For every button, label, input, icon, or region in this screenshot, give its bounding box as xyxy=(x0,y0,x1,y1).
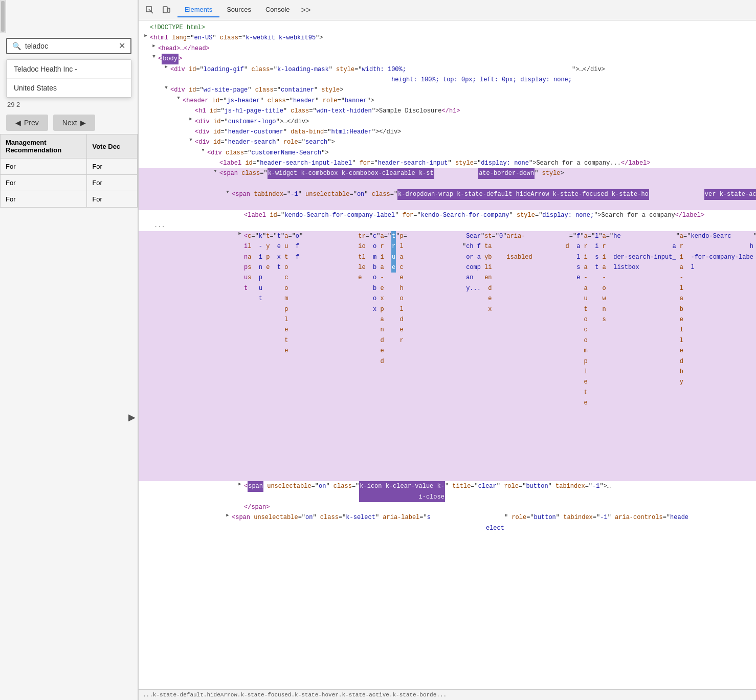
next-icon: ▶ xyxy=(80,119,86,127)
next-label: Next xyxy=(62,119,77,127)
col-header-1: Vote Dec xyxy=(87,134,138,159)
xml-line[interactable]: ▼ <div id="header-search" role="search"> xyxy=(139,137,756,147)
xml-line[interactable]: ▼ <span tabindex="-1" unselectable="on" … xyxy=(139,189,756,210)
scroll-right-indicator: ▶ xyxy=(128,412,136,423)
xml-line[interactable]: ▶ <input class="k-input" type="text" aut… xyxy=(139,231,756,481)
toggle-wd-site[interactable]: ▼ xyxy=(163,85,169,91)
toggle-kselect[interactable]: ▶ xyxy=(225,512,231,518)
xml-line[interactable]: ▶ <div id="customer-logo">…</div> xyxy=(139,117,756,127)
xml-line: <label id="header-search-input-label" fo… xyxy=(139,158,756,168)
devtools-tabs: Elements Sources Console >> xyxy=(177,3,315,17)
tab-console[interactable]: Console xyxy=(258,3,297,17)
toggle-html[interactable]: ▶ xyxy=(143,33,149,39)
toggle-input[interactable]: ▶ xyxy=(237,231,243,237)
devtools-main: <!DOCTYPE html> ▶ <html lang="en-US" cla… xyxy=(139,20,756,689)
xml-line[interactable]: ▼ <span class="k-widget k-combobox k-com… xyxy=(139,168,756,189)
xml-line[interactable]: ▶ <html lang="en-US" class="k-webkit k-w… xyxy=(139,33,756,43)
dropdown-item-0[interactable]: Teladoc Health Inc - xyxy=(7,60,131,79)
cell-mgmt-0: For xyxy=(1,159,87,175)
toggle-loading[interactable]: ▶ xyxy=(163,64,169,71)
tab-sources[interactable]: Sources xyxy=(219,3,258,17)
col-header-0: ManagementRecommendation xyxy=(1,134,87,159)
devtools-panel: Elements Sources Console >> 1 ⚙ ⋮ ✕ <!DO… xyxy=(138,0,756,700)
left-panel: 🔍 ✕ Teladoc Health Inc - United States 2… xyxy=(0,0,138,700)
toggle-kicon[interactable]: ▶ xyxy=(237,481,243,487)
search-clear-icon[interactable]: ✕ xyxy=(119,42,125,50)
xml-line: <h1 id="js-h1-page-title" class="wdn-tex… xyxy=(139,106,756,116)
xml-line: ... xyxy=(139,220,756,231)
svg-line-1 xyxy=(149,9,153,13)
page-number: 29 2 xyxy=(0,98,138,111)
xml-line[interactable]: ▶ <div id="loading-gif" class="k-loading… xyxy=(139,64,756,85)
xml-line[interactable]: ▼ <div id="wd-site-page" class="containe… xyxy=(139,85,756,95)
inspect-element-button[interactable] xyxy=(143,3,157,17)
cell-mgmt-2: For xyxy=(1,191,87,208)
nav-buttons: ◀ Prev Next ▶ xyxy=(0,111,138,134)
xml-line: <label id="kendo-Search-for-company-labe… xyxy=(139,210,756,220)
toggle-body[interactable]: ▼ xyxy=(151,54,157,60)
html-tree[interactable]: <!DOCTYPE html> ▶ <html lang="en-US" cla… xyxy=(139,20,756,689)
xml-line[interactable]: ▼ <body> xyxy=(139,54,756,64)
dropdown-item-1[interactable]: United States xyxy=(7,79,131,97)
svg-rect-2 xyxy=(163,7,167,13)
prev-icon: ◀ xyxy=(15,119,21,127)
search-icon: 🔍 xyxy=(12,42,21,50)
xml-line: <!DOCTYPE html> xyxy=(139,22,756,33)
search-dropdown: Teladoc Health Inc - United States xyxy=(6,59,131,98)
more-tabs-button[interactable]: >> xyxy=(297,4,315,17)
scrollbar-thumb[interactable] xyxy=(1,1,5,32)
toggle-head[interactable]: ▶ xyxy=(151,43,157,50)
svg-rect-3 xyxy=(168,8,170,12)
devtools-bottom-bar: ...k-state-default.hideArrow.k-state-foc… xyxy=(139,689,756,700)
table-row: For For xyxy=(1,191,138,208)
xml-line[interactable]: ▼ <header id="js-header" class="header" … xyxy=(139,96,756,106)
search-bar: 🔍 ✕ xyxy=(6,38,131,54)
xml-line[interactable]: ▶ <span unselectable="on" class="k-selec… xyxy=(139,512,756,533)
search-input[interactable] xyxy=(25,42,115,50)
inspect-icon xyxy=(146,6,154,14)
toggle-customername[interactable]: ▼ xyxy=(200,148,206,154)
toggle-kdropdown[interactable]: ▼ xyxy=(225,189,231,195)
next-button[interactable]: Next ▶ xyxy=(53,115,95,131)
prev-button[interactable]: ◀ Prev xyxy=(6,115,48,131)
xml-line[interactable]: ▼ <div class="customerName-Search"> xyxy=(139,148,756,158)
device-icon xyxy=(162,6,170,14)
prev-label: Prev xyxy=(24,119,39,127)
cell-vote-0: For xyxy=(87,159,138,175)
cell-vote-2: For xyxy=(87,191,138,208)
cell-mgmt-1: For xyxy=(1,175,87,191)
table-row: For For xyxy=(1,159,138,175)
device-toggle-button[interactable] xyxy=(159,3,173,17)
devtools-toolbar: Elements Sources Console >> 1 ⚙ ⋮ ✕ xyxy=(139,0,756,20)
data-table: ManagementRecommendation Vote Dec For Fo… xyxy=(0,134,138,208)
table-row: For For xyxy=(1,175,138,191)
xml-line: </span> xyxy=(139,502,756,512)
toggle-kwidget[interactable]: ▼ xyxy=(212,168,218,174)
xml-line[interactable]: ▶ <span unselectable="on" class="k-icon … xyxy=(139,481,756,502)
tab-elements[interactable]: Elements xyxy=(177,3,219,17)
toggle-customer-logo[interactable]: ▶ xyxy=(188,117,194,123)
data-table-area: ManagementRecommendation Vote Dec For Fo… xyxy=(0,134,138,700)
left-scrollbar[interactable] xyxy=(0,0,6,33)
toggle-header-search[interactable]: ▼ xyxy=(188,137,194,143)
cell-vote-1: For xyxy=(87,175,138,191)
xml-line: <div id="header-customer" data-bind="htm… xyxy=(139,127,756,137)
toggle-header[interactable]: ▼ xyxy=(175,96,182,102)
xml-line[interactable]: ▶ <head>…</head> xyxy=(139,43,756,54)
